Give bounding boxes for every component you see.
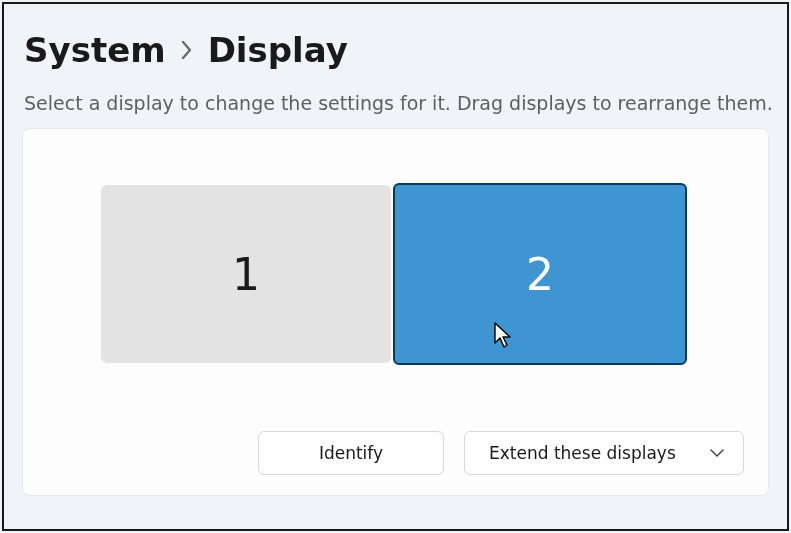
helper-text: Select a display to change the settings … <box>4 70 787 122</box>
identify-button-label: Identify <box>319 443 383 463</box>
identify-button[interactable]: Identify <box>258 431 444 475</box>
displays-area[interactable]: 1 2 <box>23 129 768 419</box>
breadcrumb: System Display <box>4 4 787 70</box>
chevron-right-icon <box>180 39 194 61</box>
display-arrangement-panel: 1 2 Identify Extend these displays <box>22 128 769 496</box>
display-mode-dropdown[interactable]: Extend these displays <box>464 431 744 475</box>
breadcrumb-current: Display <box>208 30 348 70</box>
panel-actions: Identify Extend these displays <box>258 431 744 475</box>
display-number-label: 1 <box>232 249 260 300</box>
display-number-label: 2 <box>526 249 554 300</box>
display-tile-1[interactable]: 1 <box>101 185 391 363</box>
settings-display-page: System Display Select a display to chang… <box>2 2 789 531</box>
breadcrumb-parent[interactable]: System <box>24 30 166 70</box>
display-tile-2[interactable]: 2 <box>393 183 687 365</box>
display-mode-selected: Extend these displays <box>489 443 676 463</box>
chevron-down-icon <box>709 448 725 458</box>
